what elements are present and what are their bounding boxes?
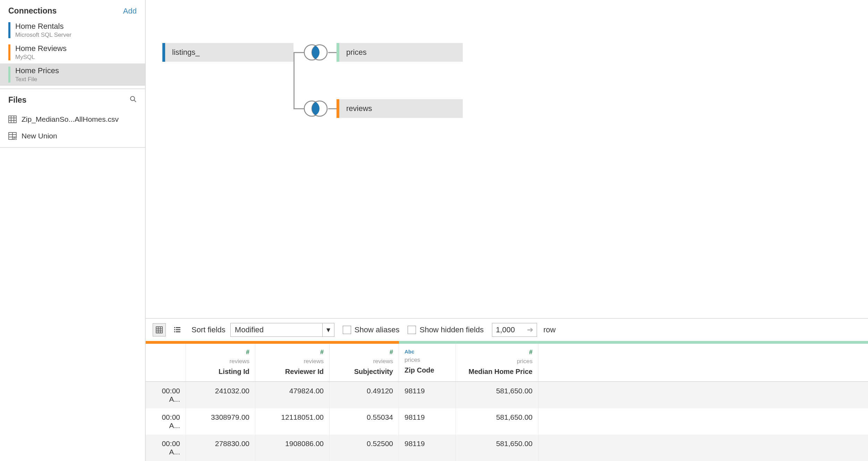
svg-rect-25 (174, 331, 175, 332)
cell: 241032.00 (186, 382, 255, 408)
node-color-bar (337, 99, 339, 118)
list-view-button[interactable] (171, 323, 184, 336)
search-icon[interactable] (130, 96, 137, 104)
sort-fields-label: Sort fields (192, 325, 225, 334)
column-source: reviews (335, 358, 393, 365)
column-source: reviews (192, 358, 249, 365)
column-header[interactable]: Abc prices Zip Code (399, 344, 456, 381)
column-header[interactable]: # reviews Listing Id (186, 344, 255, 381)
grid-toolbar: Sort fields Modified ▾ Show aliases Show… (146, 319, 868, 341)
svg-rect-23 (174, 329, 175, 330)
type-icon: # (461, 349, 533, 356)
connection-type: Microsoft SQL Server (15, 32, 71, 39)
table-node-reviews[interactable]: reviews (337, 99, 463, 118)
type-icon: # (192, 349, 249, 356)
sort-fields-select[interactable]: Modified ▾ (230, 323, 334, 337)
connection-color-bar (8, 22, 10, 38)
source-bar-prices (399, 341, 868, 344)
cell: 278830.00 (186, 435, 255, 461)
new-union-label: New Union (22, 132, 57, 140)
show-hidden-checkbox[interactable] (408, 326, 416, 334)
files-title: Files (8, 95, 26, 105)
column-source: prices (405, 357, 450, 364)
svg-rect-24 (176, 329, 180, 330)
chevron-down-icon: ▾ (322, 323, 334, 336)
table-node-prices[interactable]: prices (337, 43, 463, 62)
connection-name: Home Prices (15, 66, 59, 75)
rows-value: 1,000 (496, 325, 515, 334)
cell: 581,650.00 (456, 408, 538, 435)
join-venn-icon[interactable] (303, 100, 329, 117)
grid-view-button[interactable] (153, 323, 166, 336)
node-label: reviews (346, 104, 372, 113)
connection-name: Home Rentals (15, 22, 71, 31)
column-header[interactable]: # reviews Subjectivity (330, 344, 399, 381)
main-area: listings_ prices (146, 0, 868, 461)
table-icon (8, 116, 17, 123)
type-icon: # (261, 349, 324, 356)
cell: 00:00 A... (146, 382, 186, 408)
column-name: Reviewer Id (261, 368, 324, 376)
cell: 581,650.00 (456, 435, 538, 461)
connection-color-bar (8, 67, 10, 83)
data-grid: # reviews Listing Id# reviews Reviewer I… (146, 341, 868, 461)
column-name: Listing Id (192, 368, 249, 376)
column-source: reviews (261, 358, 324, 365)
cell: 0.52500 (330, 435, 399, 461)
source-bar-reviews (146, 341, 399, 344)
node-label: listings_ (172, 48, 199, 57)
connector-line (293, 52, 295, 109)
connection-color-bar (8, 44, 10, 60)
column-name: Subjectivity (335, 368, 393, 376)
svg-rect-21 (174, 327, 175, 328)
node-label: prices (346, 48, 367, 57)
column-source: prices (461, 358, 533, 365)
file-item[interactable]: Zip_MedianSo...AllHomes.csv (0, 111, 145, 128)
cell: 00:00 A... (146, 435, 186, 461)
svg-rect-2 (9, 116, 16, 123)
new-union-button[interactable]: New Union (0, 128, 145, 144)
sidebar: Connections Add Home Rentals Microsoft S… (0, 0, 146, 461)
cell: 98119 (399, 435, 456, 461)
add-connection-link[interactable]: Add (123, 7, 137, 16)
connections-title: Connections (8, 6, 57, 16)
connection-name: Home Reviews (15, 44, 67, 53)
rows-suffix: row (543, 325, 555, 334)
connection-item[interactable]: Home Reviews MySQL (0, 41, 145, 63)
svg-line-1 (134, 100, 136, 102)
connection-item[interactable]: Home Prices Text File (0, 63, 145, 86)
file-name: Zip_MedianSo...AllHomes.csv (22, 115, 119, 123)
svg-point-0 (130, 96, 135, 101)
column-header-time[interactable] (146, 344, 186, 381)
cell: 12118051.00 (255, 408, 330, 435)
svg-rect-16 (156, 327, 162, 333)
join-canvas[interactable]: listings_ prices (146, 0, 868, 319)
cell: 479824.00 (255, 382, 330, 408)
union-icon (8, 132, 17, 140)
join-venn-icon[interactable] (303, 44, 329, 61)
cell: 3308979.00 (186, 408, 255, 435)
table-row[interactable]: 00:00 A... 241032.00 479824.00 0.49120 9… (146, 382, 868, 408)
column-name: Zip Code (405, 366, 450, 374)
connection-type: MySQL (15, 54, 67, 61)
cell: 1908086.00 (255, 435, 330, 461)
connector-line (328, 52, 337, 53)
connector-line (328, 108, 337, 109)
connection-item[interactable]: Home Rentals Microsoft SQL Server (0, 19, 145, 41)
cell: 0.55034 (330, 408, 399, 435)
arrow-right-icon: ➔ (527, 325, 533, 334)
rows-count-input[interactable]: 1,000 ➔ (492, 323, 537, 337)
column-name: Median Home Price (461, 368, 533, 376)
table-node-listings[interactable]: listings_ (162, 43, 293, 62)
cell: 0.49120 (330, 382, 399, 408)
show-aliases-checkbox[interactable] (343, 326, 351, 334)
svg-rect-22 (176, 327, 180, 328)
node-color-bar (337, 43, 339, 62)
connection-type: Text File (15, 76, 59, 83)
column-header[interactable]: # prices Median Home Price (456, 344, 538, 381)
table-row[interactable]: 00:00 A... 278830.00 1908086.00 0.52500 … (146, 435, 868, 461)
table-row[interactable]: 00:00 A... 3308979.00 12118051.00 0.5503… (146, 408, 868, 435)
column-header[interactable]: # reviews Reviewer Id (255, 344, 330, 381)
type-icon: Abc (405, 349, 450, 355)
node-color-bar (162, 43, 165, 62)
